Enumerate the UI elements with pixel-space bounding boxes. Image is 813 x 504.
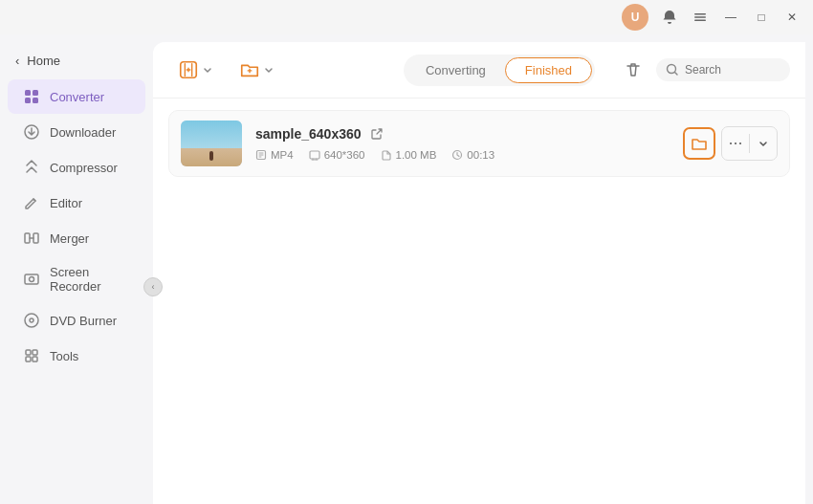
toolbar-actions xyxy=(618,55,790,85)
tools-label: Tools xyxy=(50,349,78,363)
svg-rect-10 xyxy=(25,274,38,284)
file-duration: 00:13 xyxy=(467,149,494,161)
svg-rect-14 xyxy=(26,350,31,355)
external-link-icon[interactable] xyxy=(369,126,385,142)
file-info: sample_640x360 xyxy=(255,126,670,161)
search-input[interactable] xyxy=(685,63,780,77)
tab-converting[interactable]: Converting xyxy=(406,57,505,83)
merger-icon xyxy=(23,230,40,247)
app-container: ‹ Home Converter Downloader xyxy=(0,34,813,504)
file-format: MP4 xyxy=(271,149,294,161)
svg-point-13 xyxy=(30,318,33,322)
svg-rect-1 xyxy=(694,16,706,18)
svg-rect-6 xyxy=(33,98,38,103)
file-actions xyxy=(683,126,778,161)
sidebar: ‹ Home Converter Downloader xyxy=(0,34,153,504)
dvd-burner-icon xyxy=(23,312,40,329)
merger-label: Merger xyxy=(50,231,89,246)
add-file-dropdown-icon xyxy=(203,65,212,75)
sidebar-item-editor[interactable]: Editor xyxy=(8,186,145,220)
svg-point-11 xyxy=(30,277,34,282)
svg-rect-15 xyxy=(33,350,37,355)
thumb-figure xyxy=(209,151,213,161)
add-file-button[interactable] xyxy=(168,54,222,86)
sidebar-item-screen-recorder[interactable]: Screen Recorder xyxy=(8,256,145,302)
window-controls: — □ ✕ xyxy=(717,4,805,31)
file-meta: MP4 640*360 xyxy=(255,149,670,161)
file-list: sample_640x360 xyxy=(153,99,805,504)
compressor-icon xyxy=(23,159,40,176)
user-avatar[interactable]: U xyxy=(622,4,648,31)
file-duration-meta: 00:13 xyxy=(451,149,494,161)
file-size-meta: 1.00 MB xyxy=(381,149,437,161)
search-box xyxy=(656,58,790,81)
file-format-meta: MP4 xyxy=(255,149,294,161)
screen-recorder-label: Screen Recorder xyxy=(50,265,130,294)
resolution-icon xyxy=(309,149,320,161)
table-row: sample_640x360 xyxy=(168,110,790,177)
home-label: Home xyxy=(27,54,60,68)
thumb-sand xyxy=(181,148,242,166)
svg-rect-5 xyxy=(25,98,31,103)
notification-icon[interactable] xyxy=(656,4,683,31)
sidebar-item-tools[interactable]: Tools xyxy=(8,339,145,373)
sidebar-item-compressor[interactable]: Compressor xyxy=(8,150,145,185)
svg-rect-3 xyxy=(25,90,31,96)
add-folder-button[interactable] xyxy=(230,54,283,86)
trash-button[interactable] xyxy=(618,55,648,85)
svg-rect-16 xyxy=(26,357,31,362)
add-folder-dropdown-icon xyxy=(264,65,274,75)
file-size: 1.00 MB xyxy=(396,149,437,161)
sidebar-item-downloader[interactable]: Downloader xyxy=(8,115,145,149)
format-icon xyxy=(255,149,267,161)
open-folder-button[interactable] xyxy=(683,127,715,160)
back-arrow-icon: ‹ xyxy=(15,54,19,68)
editor-icon xyxy=(23,194,40,211)
maximize-button[interactable]: □ xyxy=(748,4,775,31)
tools-icon xyxy=(23,347,40,364)
add-file-icon xyxy=(178,59,199,80)
file-resolution-meta: 640*360 xyxy=(309,149,365,161)
svg-rect-0 xyxy=(694,13,706,15)
more-action-button[interactable] xyxy=(722,127,749,160)
tab-finished[interactable]: Finished xyxy=(505,57,592,83)
svg-rect-21 xyxy=(310,151,319,159)
dvd-burner-label: DVD Burner xyxy=(50,314,117,328)
expand-more-button[interactable] xyxy=(750,127,777,160)
sidebar-collapse-button[interactable]: ‹ xyxy=(143,277,163,296)
tab-switcher: Converting Finished xyxy=(404,55,595,86)
add-folder-icon xyxy=(239,59,260,80)
file-name: sample_640x360 xyxy=(255,126,362,142)
sidebar-item-merger[interactable]: Merger xyxy=(8,221,145,255)
search-icon xyxy=(666,63,679,77)
sidebar-item-dvd-burner[interactable]: DVD Burner xyxy=(8,303,145,338)
sidebar-item-converter[interactable]: Converter xyxy=(8,79,145,114)
file-name-row: sample_640x360 xyxy=(255,126,670,142)
minimize-button[interactable]: — xyxy=(717,4,744,31)
svg-rect-4 xyxy=(33,90,38,96)
thumb-sky xyxy=(181,121,242,148)
svg-rect-17 xyxy=(33,357,37,362)
toolbar: Converting Finished xyxy=(153,42,805,99)
close-button[interactable]: ✕ xyxy=(779,4,805,31)
converter-icon xyxy=(23,88,40,105)
svg-point-12 xyxy=(25,314,38,327)
file-resolution: 640*360 xyxy=(324,149,365,161)
downloader-label: Downloader xyxy=(50,125,116,140)
more-actions-group xyxy=(721,126,778,161)
file-thumbnail xyxy=(181,121,242,166)
editor-label: Editor xyxy=(50,196,82,210)
screen-recorder-icon xyxy=(23,271,40,288)
duration-icon xyxy=(451,149,463,161)
downloader-icon xyxy=(23,123,40,141)
main-content: Converting Finished xyxy=(153,42,805,504)
compressor-label: Compressor xyxy=(50,161,118,175)
size-icon xyxy=(381,149,392,161)
home-nav[interactable]: ‹ Home xyxy=(0,46,153,76)
menu-icon[interactable] xyxy=(687,4,714,31)
svg-rect-2 xyxy=(694,20,706,22)
converter-label: Converter xyxy=(50,90,104,104)
titlebar: U — □ ✕ xyxy=(0,0,813,34)
